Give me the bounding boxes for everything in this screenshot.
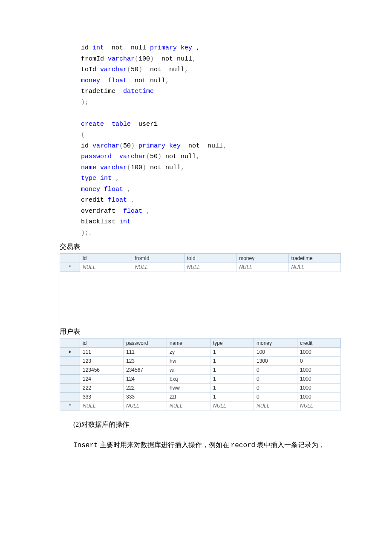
column-header: fromId [132, 254, 184, 263]
current-row-icon [68, 350, 72, 354]
table-cell: 1 [210, 366, 254, 375]
new-row-icon: * [60, 402, 80, 410]
table-row: 222222hww101000 [60, 384, 341, 393]
column-header: password [124, 338, 167, 348]
table-row: *NULLNULLNULLNULLNULL [60, 263, 341, 272]
table-cell: NULL [210, 402, 254, 410]
table-cell: 0 [254, 384, 297, 393]
column-header: id [80, 338, 124, 348]
table-row: 123456234567wr101000 [60, 366, 341, 375]
table-cell: NULL [236, 263, 288, 272]
column-header: money [236, 254, 288, 263]
table-cell: 123456 [80, 366, 124, 375]
body-paragraph: Insert 主要时用来对数据库进行插入操作，例如在 record 表中插入一条… [60, 439, 341, 452]
column-header: type [210, 338, 254, 348]
svg-marker-0 [69, 350, 71, 353]
table-row: 123123hw113000 [60, 357, 341, 366]
table-cell: zy [167, 348, 210, 357]
table-cell: 1000 [297, 348, 341, 357]
table-cell: NULL [80, 402, 124, 410]
column-header: money [254, 338, 297, 348]
table-cell: NULL [167, 402, 210, 410]
user-table-label: 用户表 [60, 327, 341, 336]
table-cell: 0 [254, 375, 297, 384]
table-cell: 1 [210, 348, 254, 357]
table-cell: 1000 [297, 366, 341, 375]
table-cell: 1000 [297, 393, 341, 402]
table-cell: 1 [210, 375, 254, 384]
table-cell: 1 [210, 384, 254, 393]
table-cell: hw [167, 357, 210, 366]
table-cell: 123 [124, 357, 167, 366]
table-cell: 1 [210, 357, 254, 366]
table-cell: NULL [80, 263, 132, 272]
table-cell: 1300 [254, 357, 297, 366]
table-row: 124124bxq101000 [60, 375, 341, 384]
table-row: 333333zzf101000 [60, 393, 341, 402]
table-cell: 333 [80, 393, 124, 402]
column-header: credit [297, 338, 341, 348]
table-cell: 333 [124, 393, 167, 402]
table-cell: 222 [124, 384, 167, 393]
table-cell: 100 [254, 348, 297, 357]
table-cell: 0 [254, 366, 297, 375]
record-keyword: record [231, 442, 256, 449]
table-cell: NULL [184, 263, 236, 272]
table-cell: NULL [254, 402, 297, 410]
table-cell: 222 [80, 384, 124, 393]
table-cell: 234567 [124, 366, 167, 375]
table-cell: NULL [288, 263, 340, 272]
table-cell: 111 [80, 348, 124, 357]
table-row: 111111zy11001000 [60, 348, 341, 357]
table-cell: NULL [132, 263, 184, 272]
table-cell: bxq [167, 375, 210, 384]
table-cell: 123 [80, 357, 124, 366]
new-row-icon: * [60, 263, 80, 272]
table-cell: 1 [210, 393, 254, 402]
column-header: toId [184, 254, 236, 263]
table-cell: zzf [167, 393, 210, 402]
column-header: id [80, 254, 132, 263]
table-cell: 124 [80, 375, 124, 384]
sql-code-block: id int not null primary key ,fromId varc… [81, 43, 341, 238]
table-cell: wr [167, 366, 210, 375]
table-cell: 0 [297, 357, 341, 366]
table-cell: hww [167, 384, 210, 393]
column-header: tradetime [288, 254, 340, 263]
trade-table: idfromIdtoIdmoneytradetime*NULLNULLNULLN… [60, 253, 341, 323]
table-cell: NULL [124, 402, 167, 410]
section-2-text: (2)对数据库的操作 [73, 421, 129, 428]
column-header: name [167, 338, 210, 348]
insert-keyword: Insert [73, 442, 98, 449]
table-cell: NULL [297, 402, 341, 410]
table-row: *NULLNULLNULLNULLNULLNULL [60, 402, 341, 410]
table-cell: 0 [254, 393, 297, 402]
table-cell: 111 [124, 348, 167, 357]
table-cell: 124 [124, 375, 167, 384]
section-2-heading: (2)对数据库的操作 [60, 418, 341, 431]
trade-table-label: 交易表 [60, 243, 341, 251]
user-table: idpasswordnametypemoneycredit111111zy110… [60, 338, 341, 410]
table-cell: 1000 [297, 384, 341, 393]
table-cell: 1000 [297, 375, 341, 384]
